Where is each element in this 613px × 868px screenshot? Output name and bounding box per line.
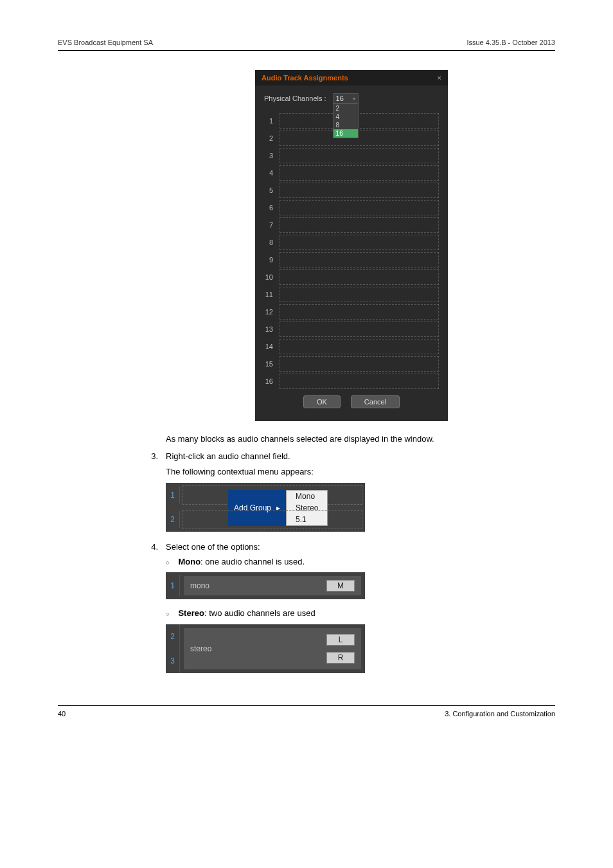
close-icon[interactable]: × — [438, 74, 441, 82]
body-text: As many blocks as audio channels selecte… — [166, 434, 555, 444]
ok-button[interactable]: OK — [303, 395, 341, 408]
cancel-button[interactable]: Cancel — [351, 395, 400, 408]
context-menu-figure: 1 Add Group ▸ Mono Stereo 5.1 — [166, 483, 365, 532]
select-dropdown[interactable]: 2 4 8 16 — [333, 104, 359, 138]
channel-slot[interactable] — [280, 183, 439, 198]
chevron-down-icon: ▾ — [353, 96, 355, 102]
select-option[interactable]: 16 — [333, 129, 358, 138]
channel-slot[interactable] — [280, 131, 439, 146]
row-num: 1 — [166, 575, 180, 597]
channel-slot[interactable] — [280, 356, 439, 372]
channel-badge-r: R — [326, 652, 355, 664]
stereo-track[interactable]: stereo L R — [184, 628, 361, 669]
channel-num: 12 — [264, 308, 278, 316]
channel-num: 9 — [264, 256, 278, 264]
channel-slot[interactable] — [280, 148, 439, 163]
channel-slot[interactable] — [280, 269, 439, 285]
header-right: Issue 4.35.B - October 2013 — [466, 39, 555, 46]
option-text: Mono: one audio channel is used. — [178, 557, 305, 566]
channel-num: 4 — [264, 169, 278, 177]
page-header: EVS Broadcast Equipment SA Issue 4.35.B … — [58, 39, 555, 51]
channel-num: 6 — [264, 204, 278, 212]
body-text: The following contextual menu appears: — [166, 467, 555, 476]
row-num: 2 — [166, 511, 180, 528]
submenu-item-mono[interactable]: Mono — [287, 491, 327, 502]
channel-num: 3 — [264, 152, 278, 159]
step-text: Right-click an audio channel field. — [166, 450, 555, 463]
track-label: stereo — [190, 644, 211, 653]
dialog-titlebar: Audio Track Assignments × — [255, 70, 448, 86]
row-num: 3 — [166, 649, 179, 673]
channel-slot[interactable] — [280, 200, 439, 215]
page-footer: 40 3. Configuration and Customization — [58, 705, 555, 718]
channel-slot[interactable] — [182, 510, 362, 529]
page-number: 40 — [58, 710, 66, 718]
track-label: mono — [190, 581, 209, 590]
channel-slot[interactable] — [280, 113, 439, 129]
channel-num: 14 — [264, 343, 278, 350]
channel-num: 10 — [264, 273, 278, 281]
channel-num: 15 — [264, 360, 278, 368]
select-option[interactable]: 2 — [333, 104, 358, 113]
step-text: Select one of the options: — [166, 541, 555, 554]
channel-slot[interactable] — [280, 374, 439, 389]
channel-slot[interactable] — [280, 252, 439, 267]
footer-section: 3. Configuration and Customization — [445, 710, 555, 718]
header-left: EVS Broadcast Equipment SA — [58, 39, 153, 46]
audio-track-assignments-dialog: Audio Track Assignments × Physical Chann… — [255, 70, 448, 421]
channel-slot[interactable] — [280, 321, 439, 337]
bullet-icon: ○ — [166, 558, 169, 567]
physical-channels-select[interactable]: 16 ▾ 2 4 8 16 — [333, 93, 359, 104]
row-num: 2 — [166, 624, 179, 649]
channel-num: 13 — [264, 325, 278, 333]
channel-slot[interactable]: Add Group ▸ Mono Stereo 5.1 — [182, 485, 362, 505]
channel-num: 16 — [264, 377, 278, 385]
channel-num: 1 — [264, 117, 278, 125]
option-text: Stereo: two audio channels are used — [178, 608, 315, 618]
step-number: 4. — [148, 541, 158, 554]
channel-slot[interactable] — [280, 235, 439, 250]
physical-channels-label: Physical Channels : — [264, 95, 326, 102]
channel-num: 8 — [264, 239, 278, 246]
channel-badge-l: L — [326, 634, 355, 646]
channel-slot[interactable] — [280, 339, 439, 354]
step-number: 3. — [148, 450, 158, 463]
channel-slot[interactable] — [280, 287, 439, 302]
channel-num: 11 — [264, 291, 278, 298]
channel-slot[interactable] — [280, 165, 439, 181]
bullet-icon: ○ — [166, 610, 169, 619]
channel-num: 5 — [264, 186, 278, 194]
mono-track[interactable]: mono M — [184, 576, 361, 595]
select-option[interactable]: 4 — [333, 113, 358, 121]
select-option[interactable]: 8 — [333, 121, 358, 129]
stereo-figure: 2 3 stereo L R — [166, 624, 365, 673]
channel-num: 2 — [264, 134, 278, 142]
channel-slot[interactable] — [280, 217, 439, 233]
dialog-title: Audio Track Assignments — [262, 74, 348, 82]
channel-num: 7 — [264, 221, 278, 229]
channel-slot[interactable] — [280, 304, 439, 320]
channel-badge-m: M — [326, 580, 355, 592]
select-value: 16 — [336, 95, 344, 102]
mono-figure: 1 mono M — [166, 572, 365, 599]
row-num: 1 — [166, 487, 180, 503]
